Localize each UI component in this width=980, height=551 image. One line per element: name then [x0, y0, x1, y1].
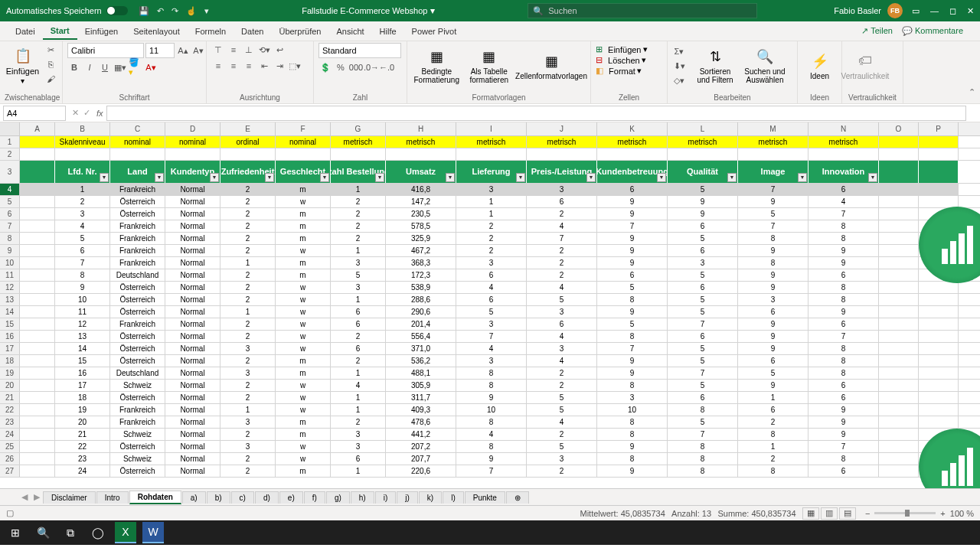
cell[interactable]: Normal [165, 282, 220, 293]
cell[interactable]: 7 [738, 220, 808, 232]
sheet-tab[interactable]: l) [443, 491, 464, 504]
cell[interactable]: metrisch [808, 136, 879, 148]
ribbon-tab-einfügen[interactable]: Einfügen [77, 24, 126, 39]
cell[interactable]: 5 [668, 294, 738, 305]
cell[interactable]: 9 [597, 257, 668, 269]
cell[interactable]: 1 [456, 208, 527, 220]
cell[interactable] [55, 148, 110, 160]
cell[interactable]: 3 [456, 184, 527, 195]
sheet-tab[interactable]: Punkte [465, 491, 505, 504]
row-header[interactable]: 1 [0, 136, 20, 148]
close-button[interactable]: ✕ [967, 6, 974, 16]
cell[interactable]: 6 [668, 331, 738, 342]
cell[interactable] [220, 148, 276, 160]
row-header[interactable]: 24 [0, 429, 20, 440]
find-select-button[interactable]: 🔍Suchen und Auswählen [741, 43, 789, 89]
cell[interactable]: 2 [55, 196, 110, 207]
cell[interactable]: 8 [668, 465, 738, 477]
cell[interactable]: 4 [331, 380, 386, 391]
cell[interactable]: 6 [808, 184, 879, 195]
cell[interactable]: metrisch [331, 136, 386, 148]
cell[interactable]: 9 [597, 196, 668, 207]
cell[interactable]: w [276, 453, 331, 465]
cell[interactable] [20, 306, 55, 318]
cell[interactable]: 2 [527, 380, 597, 391]
cell[interactable]: 2 [738, 416, 808, 428]
cell[interactable]: Normal [165, 367, 220, 379]
cell[interactable] [527, 148, 597, 160]
row-header[interactable]: 15 [0, 318, 20, 330]
sheet-tab[interactable]: f) [304, 491, 325, 504]
cell[interactable]: Normal [165, 380, 220, 391]
cell[interactable]: 9 [597, 355, 668, 367]
cell[interactable]: Kundenbetreuung▼ [597, 161, 668, 183]
merge-icon[interactable]: ⬚▾ [288, 59, 302, 73]
cell[interactable]: 478,6 [386, 416, 456, 428]
cell[interactable]: 10 [597, 404, 668, 416]
sheet-tab[interactable]: a) [182, 491, 206, 504]
cell[interactable]: 1 [738, 392, 808, 403]
filter-arrow-icon[interactable]: ▼ [375, 173, 384, 182]
cell[interactable]: 8 [808, 343, 879, 354]
cell[interactable]: Anzahl Bestellungen▼ [331, 161, 386, 183]
word-taskbar-icon[interactable]: W [142, 522, 164, 543]
cell[interactable]: 9 [808, 416, 879, 428]
cell[interactable]: 8 [597, 429, 668, 440]
paste-button[interactable]: 📋 Einfügen ▾ [5, 43, 41, 89]
cell[interactable]: w [276, 245, 331, 256]
cell[interactable]: 8 [597, 453, 668, 465]
select-all-corner[interactable] [0, 122, 20, 135]
decrease-font-icon[interactable]: A▾ [191, 44, 205, 57]
cell[interactable]: 9 [808, 404, 879, 416]
cell[interactable]: 6 [456, 294, 527, 305]
cell[interactable]: 2 [220, 429, 276, 440]
cell[interactable] [919, 196, 959, 207]
cell[interactable]: metrisch [456, 136, 527, 148]
cell[interactable]: 7 [597, 343, 668, 354]
cell[interactable]: 305,9 [386, 380, 456, 391]
cell[interactable]: 9 [668, 208, 738, 220]
row-header[interactable]: 11 [0, 269, 20, 281]
cell[interactable] [20, 196, 55, 207]
row-header[interactable]: 25 [0, 441, 20, 452]
cell[interactable] [879, 318, 919, 330]
name-box[interactable]: A4 [3, 106, 66, 121]
cell[interactable]: 5 [597, 318, 668, 330]
cell[interactable]: 9 [597, 208, 668, 220]
inc-decimal-icon[interactable]: .0→ [364, 60, 378, 74]
cell[interactable]: Normal [165, 269, 220, 281]
cell[interactable]: 4 [808, 196, 879, 207]
delete-cells-button[interactable]: ⊟ Löschen ▾ [596, 55, 646, 65]
align-left-icon[interactable]: ≡ [211, 59, 225, 73]
cell[interactable]: 6 [808, 380, 879, 391]
cell[interactable]: 4 [456, 282, 527, 293]
cell[interactable]: 9 [738, 343, 808, 354]
cell[interactable]: 7 [808, 441, 879, 452]
cell[interactable]: Normal [165, 355, 220, 367]
row-header[interactable]: 6 [0, 208, 20, 220]
cell[interactable]: 22 [55, 441, 110, 452]
row-header[interactable]: 21 [0, 392, 20, 403]
cell[interactable]: 7 [456, 465, 527, 477]
cell[interactable]: 5 [738, 208, 808, 220]
cell[interactable] [20, 257, 55, 269]
share-button[interactable]: ↗ Teilen [861, 26, 893, 36]
align-middle-icon[interactable]: ≡ [227, 43, 240, 57]
cell[interactable]: 18 [55, 392, 110, 403]
sheet-tab[interactable]: Rohdaten [129, 491, 181, 504]
cell[interactable]: 9 [597, 306, 668, 318]
cell[interactable]: 8 [597, 294, 668, 305]
column-header[interactable]: C [110, 122, 165, 135]
cell[interactable]: Image▼ [738, 161, 808, 183]
cell[interactable] [879, 367, 919, 379]
cell[interactable]: 8 [456, 367, 527, 379]
cell[interactable]: Österreich [110, 282, 165, 293]
row-header[interactable]: 19 [0, 367, 20, 379]
cell[interactable] [879, 343, 919, 354]
cell[interactable]: 8 [668, 453, 738, 465]
cell[interactable]: 4 [527, 355, 597, 367]
cell[interactable] [20, 269, 55, 281]
cell[interactable]: 10 [55, 294, 110, 305]
comma-icon[interactable]: 000 [349, 60, 363, 74]
column-header[interactable]: N [808, 122, 879, 135]
